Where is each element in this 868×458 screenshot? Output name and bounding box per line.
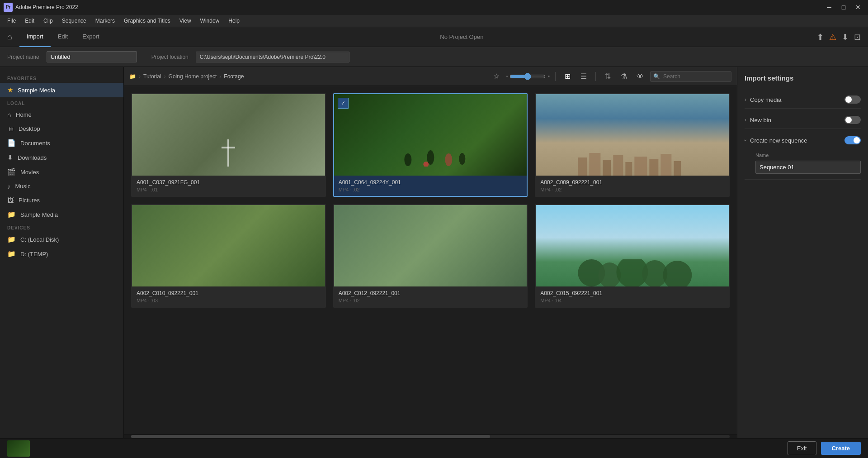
maximize-button[interactable]: □ [837,3,850,12]
search-input[interactable] [650,71,731,82]
menu-item-clip[interactable]: Clip [40,17,57,25]
import-icon[interactable]: ⬆ [817,32,824,42]
sidebar-item-label: Desktop [19,125,40,132]
project-location-select[interactable]: C:\Users\septi\Documents\Adobe\Premiere … [196,52,349,62]
menu-item-help[interactable]: Help [225,17,243,25]
sidebar-item-desktop[interactable]: 🖥 Desktop [0,122,123,136]
sidebar-item-downloads[interactable]: ⬇ Downloads [0,150,123,165]
media-grid: A001_C037_0921FG_001 MP4 · :01 ✓ [124,86,737,434]
sidebar-item-movies[interactable]: 🎬 Movies [0,165,123,179]
disk-d-icon: 📁 [7,250,16,258]
menu-item-markers[interactable]: Markers [92,17,118,25]
copy-media-toggle[interactable] [844,95,861,104]
media-thumbnail [536,205,729,286]
sidebar-item-sample-media-fav[interactable]: ★ Sample Media [0,83,123,97]
sidebar-item-temp-disk[interactable]: 📁 D: (TEMP) [0,247,123,261]
media-thumbnail [536,94,729,176]
new-bin-section: › New bin [745,111,861,129]
tab-edit[interactable]: Edit [51,27,75,47]
horizontal-scrollbar[interactable] [124,434,737,438]
media-meta: MP4 · :02 [339,298,523,303]
breadcrumb-footage[interactable]: Footage [224,73,244,80]
top-nav: ⌂ Import Edit Export No Project Open ⬆ ⚠… [0,27,868,47]
disk-c-icon: 📁 [7,235,16,243]
sequence-name-label: Name [755,153,861,158]
sidebar-item-sample-media[interactable]: 📁 Sample Media [0,207,123,222]
create-button[interactable]: Create [821,442,861,455]
sequence-name-input[interactable] [755,161,861,174]
tab-import[interactable]: Import [19,27,51,47]
music-icon: ♪ [7,182,11,190]
browser-toolbar: 📁 › Tutorial › Going Home project › Foot… [124,67,737,86]
menu-item-window[interactable]: Window [197,17,223,25]
project-bar: Project name Project location C:\Users\s… [0,47,868,67]
main-area: FAVORITES ★ Sample Media LOCAL ⌂ Home 🖥 … [0,67,868,438]
copy-media-label: Copy media [750,96,841,103]
exit-button[interactable]: Exit [788,441,816,455]
menu-item-edit[interactable]: Edit [21,17,38,25]
movies-icon: 🎬 [7,168,16,176]
toggle-knob [845,117,852,123]
downloads-icon: ⬇ [7,153,13,162]
media-selected-check: ✓ [338,98,349,109]
slider-min-icon: ▪ [506,74,508,79]
favorite-button[interactable]: ☆ [490,70,503,83]
menu-item-graphics and titles[interactable]: Graphics and Titles [120,17,174,25]
alert-icon[interactable]: ⚠ [829,32,836,42]
media-item[interactable]: A002_C010_092221_001 MP4 · :03 [131,204,326,308]
svg-rect-13 [674,161,681,176]
create-sequence-section: › Create new sequence Name [745,132,861,180]
media-name: A001_C064_09224Y_001 [339,179,523,186]
export-icon[interactable]: ⬇ [842,32,849,42]
sidebar-item-pictures[interactable]: 🖼 Pictures [0,193,123,207]
close-button[interactable]: ✕ [852,3,864,12]
app-icon: Pr [4,3,13,12]
media-meta: MP4 · :04 [540,298,724,303]
grid-view-button[interactable]: ⊞ [561,70,574,83]
new-bin-toggle[interactable] [844,116,861,124]
project-name-input[interactable] [47,51,137,62]
sidebar-item-music[interactable]: ♪ Music [0,179,123,193]
sidebar-item-label: Movies [20,169,39,176]
svg-point-18 [663,261,692,286]
minimize-button[interactable]: ─ [823,3,835,12]
media-item[interactable]: A002_C015_092221_001 MP4 · :04 [535,204,730,308]
copy-media-row[interactable]: › Copy media [745,91,861,108]
sidebar: FAVORITES ★ Sample Media LOCAL ⌂ Home 🖥 … [0,67,124,438]
sidebar-item-documents[interactable]: 📄 Documents [0,136,123,150]
menu-item-sequence[interactable]: Sequence [58,17,90,25]
menu-item-view[interactable]: View [176,17,195,25]
sidebar-item-local-disk[interactable]: 📁 C: (Local Disk) [0,232,123,247]
sequence-name-sub: Name [745,149,861,179]
sort-button[interactable]: ⇅ [601,70,614,83]
breadcrumb-tutorial[interactable]: Tutorial [143,73,161,80]
city-scene-svg [536,139,729,176]
preview-button[interactable]: 👁 [634,70,646,83]
filter-button[interactable]: ⚗ [618,70,630,83]
sidebar-item-home[interactable]: ⌂ Home [0,108,123,122]
home-button[interactable]: ⌂ [7,32,12,42]
size-slider-input[interactable] [509,73,546,80]
sidebar-item-label: C: (Local Disk) [20,236,59,243]
media-item[interactable]: ✓ A001_C064_09224Y_001 MP4 · :02 [333,93,528,197]
media-item[interactable]: A002_C012_092221_001 MP4 · :02 [333,204,528,308]
svg-rect-10 [635,157,647,176]
svg-rect-11 [650,159,659,176]
thumbnail-size-slider[interactable]: ▪ ▪ [506,73,550,80]
breadcrumb-going-home[interactable]: Going Home project [169,73,217,80]
tab-export[interactable]: Export [75,27,107,47]
media-item[interactable]: A001_C037_0921FG_001 MP4 · :01 [131,93,326,197]
list-view-button[interactable]: ☰ [577,70,590,83]
svg-point-0 [404,153,411,166]
sidebar-item-label: Music [15,183,31,190]
svg-rect-9 [626,162,632,176]
create-sequence-row[interactable]: › Create new sequence [745,132,861,149]
new-bin-label: New bin [750,117,841,124]
create-sequence-toggle[interactable] [844,136,861,144]
settings-icon[interactable]: ⊡ [854,32,861,42]
divider [595,72,596,81]
menu-item-file[interactable]: File [4,17,19,25]
new-bin-row[interactable]: › New bin [745,111,861,129]
media-item[interactable]: A002_C009_092221_001 MP4 · :02 [535,93,730,197]
breadcrumb-root-icon[interactable]: 📁 [129,73,136,80]
